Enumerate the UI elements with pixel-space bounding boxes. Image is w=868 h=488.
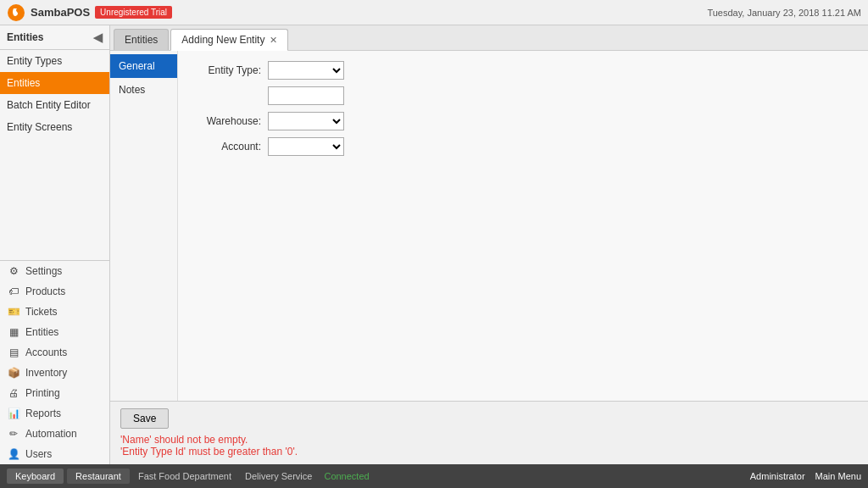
nav-reports-label: Reports: [25, 408, 61, 419]
tab-entities-label: Entities: [125, 34, 158, 46]
main-menu-label: Main Menu: [815, 471, 861, 481]
entity-type-label: Entity Type:: [192, 64, 268, 76]
keyboard-tab[interactable]: Keyboard: [7, 469, 64, 484]
nav-printing-label: Printing: [25, 387, 60, 399]
nav-users-label: Users: [25, 448, 52, 460]
tab-bar: Entities Adding New Entity ✕: [110, 25, 868, 51]
account-select[interactable]: [268, 137, 344, 156]
admin-label: Administrator: [750, 471, 805, 481]
nav-entities[interactable]: ▦ Entities: [0, 322, 109, 342]
panel-tab-notes[interactable]: Notes: [110, 78, 177, 102]
bottom-nav: ⚙ Settings 🏷 Products 🎫 Tickets ▦ Entiti…: [0, 260, 109, 464]
automation-icon: ✏: [7, 428, 20, 440]
top-bar: SambaPOS Unregistered Trial Tuesday, Jan…: [0, 0, 868, 25]
sidebar-item-entity-screens[interactable]: Entity Screens: [0, 116, 109, 138]
form-area: Entity Type: Warehouse: Account:: [178, 51, 868, 401]
left-sidebar: Entities ◀ Entity Types Entities Batch E…: [0, 25, 110, 464]
account-row: Account:: [192, 137, 854, 156]
tab-adding-new-entity-label: Adding New Entity: [181, 34, 264, 46]
top-bar-left: SambaPOS Unregistered Trial: [7, 3, 172, 22]
printing-icon: 🖨: [7, 387, 20, 399]
settings-icon: ⚙: [7, 265, 20, 277]
nav-printing[interactable]: 🖨 Printing: [0, 383, 109, 403]
sidebar-header: Entities ◀: [0, 25, 109, 50]
save-button[interactable]: Save: [120, 408, 169, 429]
main-layout: Entities ◀ Entity Types Entities Batch E…: [0, 25, 868, 464]
nav-automation[interactable]: ✏ Automation: [0, 424, 109, 444]
status-bar-left: Keyboard Restaurant Fast Food Department…: [7, 469, 370, 484]
sidebar-item-batch-editor[interactable]: Batch Entity Editor: [0, 94, 109, 116]
users-icon: 👤: [7, 448, 20, 460]
nav-tickets[interactable]: 🎫 Tickets: [0, 302, 109, 322]
fast-food-label: Fast Food Department: [138, 471, 231, 481]
nav-products[interactable]: 🏷 Products: [0, 281, 109, 302]
nav-inventory-label: Inventory: [25, 367, 67, 379]
nav-accounts[interactable]: ▤ Accounts: [0, 342, 109, 363]
tab-adding-new-entity[interactable]: Adding New Entity ✕: [170, 29, 288, 51]
nav-products-label: Products: [25, 286, 65, 297]
delivery-label: Delivery Service: [245, 471, 312, 481]
tab-entities[interactable]: Entities: [114, 29, 169, 50]
nav-accounts-label: Accounts: [25, 347, 67, 358]
nav-reports[interactable]: 📊 Reports: [0, 403, 109, 424]
content-area: Entities Adding New Entity ✕ General Not…: [110, 25, 868, 464]
tickets-icon: 🎫: [7, 306, 20, 318]
inner-content: General Notes Entity Type: Warehouse:: [110, 51, 868, 401]
datetime-display: Tuesday, January 23, 2018 11.21 AM: [707, 8, 861, 18]
warehouse-label: Warehouse:: [192, 115, 268, 127]
status-bar: Keyboard Restaurant Fast Food Department…: [0, 464, 868, 488]
accounts-icon: ▤: [7, 347, 20, 358]
nav-settings-label: Settings: [25, 265, 62, 277]
nav-automation-label: Automation: [25, 428, 77, 440]
sidebar-collapse-button[interactable]: ◀: [93, 30, 103, 44]
warehouse-select[interactable]: [268, 112, 344, 130]
sidebar-item-entities[interactable]: Entities: [0, 72, 109, 94]
tab-close-button[interactable]: ✕: [270, 35, 277, 46]
entity-type-row: Entity Type:: [192, 61, 854, 80]
panel-tab-general[interactable]: General: [110, 54, 177, 78]
name-input[interactable]: [268, 86, 344, 105]
sidebar-title: Entities: [7, 31, 43, 43]
nav-users[interactable]: 👤 Users: [0, 444, 109, 464]
nav-entities-label: Entities: [25, 326, 58, 338]
reports-icon: 📊: [7, 408, 20, 419]
error-messages: 'Name' should not be empty. 'Entity Type…: [120, 434, 858, 458]
inventory-icon: 📦: [7, 367, 20, 379]
entities-icon: ▦: [7, 326, 20, 338]
unregistered-badge: Unregistered Trial: [95, 6, 172, 19]
sidebar-item-entity-types[interactable]: Entity Types: [0, 50, 109, 72]
sambapos-logo: [7, 3, 25, 22]
error-name: 'Name' should not be empty.: [120, 434, 858, 446]
nav-inventory[interactable]: 📦 Inventory: [0, 363, 109, 383]
connected-status: Connected: [324, 471, 369, 481]
nav-tickets-label: Tickets: [25, 306, 58, 318]
products-icon: 🏷: [7, 286, 20, 297]
restaurant-tab[interactable]: Restaurant: [67, 469, 130, 484]
entity-type-select[interactable]: [268, 61, 344, 80]
error-entity-type-id: 'Entity Type Id' must be greater than '0…: [120, 446, 858, 458]
status-bar-right: Administrator Main Menu: [750, 471, 861, 481]
name-row: [192, 86, 854, 105]
footer-actions: Save 'Name' should not be empty. 'Entity…: [110, 401, 868, 464]
brand-name: SambaPOS: [31, 6, 90, 19]
left-panel: General Notes: [110, 51, 178, 401]
nav-settings[interactable]: ⚙ Settings: [0, 261, 109, 281]
warehouse-row: Warehouse:: [192, 112, 854, 130]
account-label: Account:: [192, 141, 268, 152]
